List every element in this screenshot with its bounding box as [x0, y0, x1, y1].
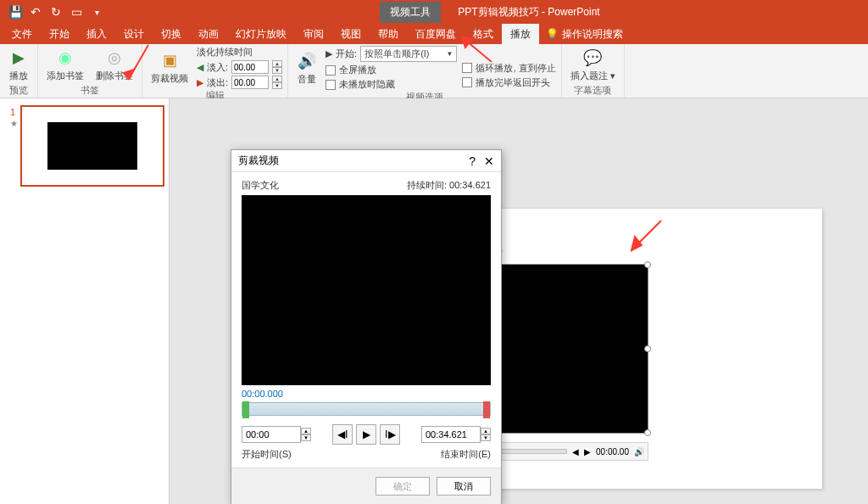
- volume-icon: 🔊: [297, 51, 317, 71]
- dialog-video-name: 国学文化: [242, 179, 279, 192]
- loop-checkbox[interactable]: [462, 63, 472, 73]
- ribbon-group-captions: 💬 插入题注 ▾ 字幕选项: [562, 44, 625, 98]
- dialog-close-icon[interactable]: ✕: [484, 154, 494, 168]
- skip-forward-icon: Ⅰ▶: [385, 428, 396, 440]
- trim-start-marker[interactable]: [242, 401, 249, 418]
- play-icon: ▶: [8, 48, 29, 68]
- handle-se[interactable]: [644, 429, 651, 436]
- dialog-current-time: 00:00.000: [242, 385, 491, 402]
- fade-out-down[interactable]: ▼: [272, 82, 282, 89]
- end-time-down[interactable]: ▼: [481, 434, 491, 441]
- hide-checkbox[interactable]: [326, 80, 336, 90]
- fade-in-input[interactable]: [231, 60, 269, 74]
- handle-ne[interactable]: [644, 261, 651, 268]
- fade-in-icon: ◀: [197, 62, 203, 73]
- tab-playback[interactable]: 播放: [502, 24, 539, 45]
- next-frame-button[interactable]: Ⅰ▶: [380, 424, 400, 445]
- end-time-up[interactable]: ▲: [481, 428, 491, 434]
- captions-icon: 💬: [582, 48, 603, 68]
- dialog-titlebar[interactable]: 剪裁视频 ? ✕: [231, 150, 501, 172]
- start-icon: ▶: [326, 48, 332, 59]
- trim-video-button[interactable]: ▣ 剪裁视频: [147, 48, 192, 87]
- lightbulb-icon: 💡: [546, 28, 559, 40]
- slide-thumbnail-panel[interactable]: 1 ★: [0, 98, 170, 504]
- play-icon: ▶: [363, 428, 370, 440]
- context-tab-label: 视频工具: [380, 2, 441, 23]
- ribbon: ▶ 播放 预览 ◉ 添加书签 ◎ 删除书签 书签 ▣ 剪裁视频 淡化持续时间: [0, 44, 868, 98]
- dialog-video-preview: [242, 195, 491, 385]
- video-mute-icon[interactable]: 🔊: [634, 447, 644, 456]
- document-title: PPT剪辑视频技巧 - PowerPoint: [458, 5, 599, 20]
- start-value: 按照单击顺序(I): [364, 48, 429, 60]
- tab-animations[interactable]: 动画: [190, 24, 227, 45]
- video-prev-frame-icon[interactable]: ◀: [572, 447, 579, 456]
- trim-video-icon: ▣: [159, 50, 180, 70]
- ribbon-group-editing: ▣ 剪裁视频 淡化持续时间 ◀ 淡入: ▲▼ ▶ 淡出: ▲▼ 编辑: [142, 44, 288, 98]
- fullscreen-checkbox[interactable]: [326, 65, 336, 76]
- cancel-button[interactable]: 取消: [437, 477, 491, 496]
- start-time-down[interactable]: ▼: [301, 434, 311, 441]
- fade-controls: 淡化持续时间 ◀ 淡入: ▲▼ ▶ 淡出: ▲▼: [197, 46, 282, 89]
- qat-customize-icon[interactable]: ▾: [90, 5, 103, 19]
- trim-video-dialog: 剪裁视频 ? ✕ 国学文化 持续时间: 00:34.621 00:00.000 …: [231, 149, 502, 504]
- tab-help[interactable]: 帮助: [370, 24, 407, 45]
- fade-out-input[interactable]: [231, 76, 269, 89]
- start-time-input[interactable]: [242, 426, 301, 443]
- chevron-down-icon: ▼: [447, 50, 453, 58]
- ribbon-group-preview: ▶ 播放 预览: [0, 44, 38, 98]
- slide-number: 1: [10, 107, 15, 117]
- animation-indicator-icon: ★: [10, 119, 18, 128]
- tab-home[interactable]: 开始: [41, 24, 78, 45]
- rewind-label: 播放完毕返回开头: [476, 76, 550, 89]
- start-label: 开始:: [336, 48, 357, 60]
- save-icon[interactable]: 💾: [8, 5, 22, 19]
- fade-duration-label: 淡化持续时间: [197, 46, 282, 59]
- video-time-label: 00:00.00: [596, 447, 629, 456]
- add-bookmark-button[interactable]: ◉ 添加书签: [43, 46, 87, 84]
- fade-out-label: 淡出:: [207, 76, 228, 89]
- start-from-beginning-icon[interactable]: ▭: [70, 5, 83, 19]
- fade-in-up[interactable]: ▲: [272, 60, 282, 67]
- dialog-trim-track[interactable]: [242, 402, 491, 416]
- fade-out-icon: ▶: [197, 77, 203, 88]
- dialog-play-button[interactable]: ▶: [356, 424, 376, 445]
- rewind-checkbox[interactable]: [462, 77, 472, 87]
- thumbnail-video-preview: [47, 122, 137, 170]
- start-time-up[interactable]: ▲: [301, 428, 311, 434]
- ribbon-group-bookmarks: ◉ 添加书签 ◎ 删除书签 书签: [38, 44, 142, 98]
- prev-frame-button[interactable]: ◀Ⅰ: [332, 424, 353, 445]
- tab-insert[interactable]: 插入: [78, 24, 115, 45]
- fade-out-up[interactable]: ▲: [272, 76, 282, 82]
- slide-thumbnail-1[interactable]: 1 ★: [20, 105, 164, 187]
- tab-format[interactable]: 格式: [465, 24, 502, 45]
- insert-captions-button[interactable]: 💬 插入题注 ▾: [567, 46, 619, 84]
- quick-access-toolbar: 💾 ↶ ↻ ▭ ▾: [0, 5, 112, 19]
- title-bar: 💾 ↶ ↻ ▭ ▾ 视频工具 PPT剪辑视频技巧 - PowerPoint: [0, 0, 868, 24]
- title-center: 视频工具 PPT剪辑视频技巧 - PowerPoint: [112, 2, 868, 23]
- play-button[interactable]: ▶ 播放: [5, 46, 32, 84]
- ok-button[interactable]: 确定: [376, 477, 430, 496]
- tab-slideshow[interactable]: 幻灯片放映: [227, 24, 295, 45]
- add-bookmark-icon: ◉: [55, 48, 75, 68]
- volume-button[interactable]: 🔊 音量: [293, 49, 320, 87]
- tab-baidu[interactable]: 百度网盘: [407, 24, 465, 45]
- fade-in-label: 淡入:: [207, 61, 228, 74]
- tab-design[interactable]: 设计: [115, 24, 153, 45]
- video-next-frame-icon[interactable]: ▶: [584, 447, 591, 456]
- hide-label: 未播放时隐藏: [339, 78, 395, 91]
- tab-file[interactable]: 文件: [3, 24, 41, 45]
- tell-me-search[interactable]: 💡 操作说明搜索: [539, 27, 630, 42]
- end-time-input[interactable]: [421, 426, 481, 443]
- undo-icon[interactable]: ↶: [29, 5, 42, 19]
- fullscreen-label: 全屏播放: [339, 64, 376, 76]
- redo-icon[interactable]: ↻: [49, 5, 63, 19]
- fade-in-down[interactable]: ▼: [272, 67, 282, 74]
- tab-transitions[interactable]: 切换: [153, 24, 190, 45]
- tab-review[interactable]: 审阅: [295, 24, 332, 45]
- dialog-duration: 持续时间: 00:34.621: [407, 179, 491, 192]
- tab-view[interactable]: 视图: [332, 24, 370, 45]
- handle-e[interactable]: [644, 345, 651, 352]
- dialog-help-icon[interactable]: ?: [469, 154, 476, 168]
- start-dropdown[interactable]: 按照单击顺序(I) ▼: [360, 46, 457, 62]
- trim-end-marker[interactable]: [483, 401, 490, 418]
